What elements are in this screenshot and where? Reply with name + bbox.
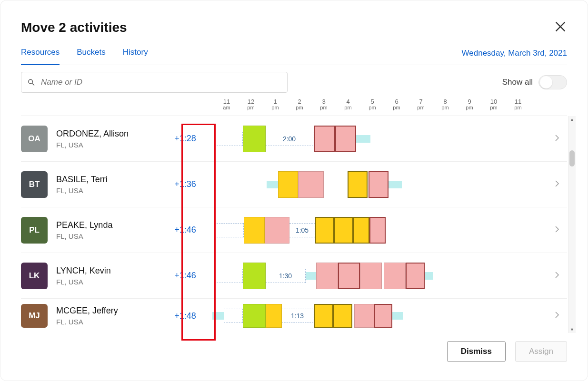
resource-info: PEAKE, LyndaFL, USA (56, 220, 170, 240)
travel-segment (425, 272, 433, 280)
activity-block[interactable] (384, 263, 406, 289)
resource-info: LYNCH, KevinFL, USA (56, 266, 170, 286)
resource-row[interactable]: PLPEAKE, LyndaFL, USA+1:461:05 (21, 207, 567, 253)
chevron-right-icon (553, 271, 561, 279)
move-activities-dialog: Move 2 activities Resources Buckets Hist… (0, 0, 588, 381)
placeholder-slot (214, 223, 244, 237)
activity-block[interactable] (353, 217, 369, 244)
resource-row[interactable]: LKLYNCH, KevinFL, USA+1:461:30 (21, 253, 567, 299)
avatar: OA (21, 126, 48, 152)
dismiss-button[interactable]: Dismiss (447, 341, 506, 362)
activity-block[interactable] (374, 304, 392, 328)
placeholder-slot (214, 269, 243, 283)
activity-block[interactable] (354, 304, 374, 328)
activity-block[interactable] (338, 263, 360, 289)
activity-block[interactable] (243, 304, 266, 328)
activity-block[interactable] (265, 217, 289, 244)
activity-block[interactable] (278, 171, 298, 198)
search-input[interactable] (40, 77, 281, 88)
chevron-right-icon (553, 179, 561, 188)
activity-block[interactable] (369, 171, 389, 198)
close-icon (554, 20, 567, 33)
search-icon (27, 78, 35, 87)
expand-row-button[interactable] (553, 225, 567, 235)
resource-list: OAORDONEZ, AllisonFL, USA+1:282:00BTBASI… (21, 116, 567, 333)
travel-segment (306, 272, 316, 280)
resource-name: LYNCH, Kevin (56, 266, 170, 276)
hour-label: 7pm (417, 98, 424, 110)
activity-block[interactable] (335, 126, 356, 152)
time-delta: +1:36 (170, 179, 200, 189)
time-delta: +1:46 (170, 271, 200, 281)
search-box[interactable] (21, 72, 288, 93)
resource-row[interactable]: MJMCGEE, JefferyFL. USA+1:481:13 (21, 299, 567, 333)
activity-block[interactable] (314, 126, 335, 152)
travel-segment (392, 312, 403, 320)
avatar: LK (21, 263, 48, 289)
assign-button: Assign (515, 341, 567, 362)
activity-block[interactable] (266, 304, 282, 328)
time-delta: +1:46 (170, 225, 200, 235)
activity-block[interactable] (406, 263, 425, 289)
tab-history[interactable]: History (123, 48, 148, 65)
activity-block[interactable] (316, 263, 338, 289)
scrollbar[interactable]: ▲ ▼ (568, 116, 576, 333)
close-button[interactable] (554, 20, 567, 35)
activity-block[interactable] (348, 171, 368, 198)
activity-block[interactable] (243, 263, 266, 289)
schedule-track: 1:30 (205, 263, 553, 289)
activity-block[interactable] (244, 217, 265, 244)
activity-block[interactable] (315, 217, 334, 244)
resource-location: FL, USA (56, 278, 170, 286)
gap-duration: 1:30 (266, 269, 306, 283)
resource-row[interactable]: OAORDONEZ, AllisonFL, USA+1:282:00 (21, 116, 567, 162)
timeline-header: 11am12pm1pm2pm3pm4pm5pm6pm7pm8pm9pm10pm1… (21, 96, 567, 116)
travel-segment (356, 135, 370, 143)
hour-label: 3pm (320, 98, 327, 110)
hour-label: 12pm (247, 98, 254, 110)
chevron-right-icon (553, 311, 561, 319)
hour-label: 10pm (490, 98, 497, 110)
activity-block[interactable] (360, 263, 382, 289)
dialog-title: Move 2 activities (21, 20, 127, 35)
resource-info: ORDONEZ, AllisonFL, USA (56, 129, 170, 149)
expand-row-button[interactable] (553, 311, 567, 321)
avatar: MJ (21, 304, 48, 328)
resource-row[interactable]: BTBASILE, TerriFL, USA+1:36 (21, 162, 567, 207)
expand-row-button[interactable] (553, 134, 567, 144)
hour-label: 4pm (344, 98, 351, 110)
resource-name: MCGEE, Jeffery (56, 306, 170, 316)
activity-block[interactable] (314, 304, 333, 328)
time-delta: +1:48 (170, 311, 200, 321)
activity-block[interactable] (334, 217, 353, 244)
activity-block[interactable] (369, 217, 386, 244)
date-picker[interactable]: Wednesday, March 3rd, 2021 (462, 49, 567, 65)
travel-segment (267, 181, 278, 188)
expand-row-button[interactable] (553, 271, 567, 281)
chevron-right-icon (553, 134, 561, 142)
activity-block[interactable] (298, 171, 324, 198)
scroll-down-icon[interactable]: ▼ (568, 327, 576, 332)
activity-block[interactable] (333, 304, 352, 328)
chevron-right-icon (553, 225, 561, 234)
gap-duration: 1:13 (282, 309, 313, 323)
tab-resources[interactable]: Resources (21, 48, 60, 65)
resource-name: PEAKE, Lynda (56, 220, 170, 230)
scroll-thumb[interactable] (569, 150, 575, 166)
tab-bar: Resources Buckets History (21, 48, 148, 65)
avatar: PL (21, 217, 48, 244)
tab-buckets[interactable]: Buckets (77, 48, 105, 65)
show-all-toggle[interactable] (538, 75, 567, 89)
scroll-up-icon[interactable]: ▲ (568, 117, 576, 122)
hour-label: 11am (223, 98, 230, 110)
resource-name: ORDONEZ, Allison (56, 129, 170, 139)
expand-row-button[interactable] (553, 179, 567, 190)
resource-name: BASILE, Terri (56, 175, 170, 185)
schedule-track: 1:13 (205, 304, 553, 328)
travel-segment (212, 312, 224, 320)
resource-info: MCGEE, JefferyFL. USA (56, 306, 170, 326)
schedule-track (205, 171, 553, 198)
activity-block[interactable] (243, 126, 266, 152)
placeholder-slot (214, 132, 243, 146)
hour-label: 9pm (466, 98, 473, 110)
